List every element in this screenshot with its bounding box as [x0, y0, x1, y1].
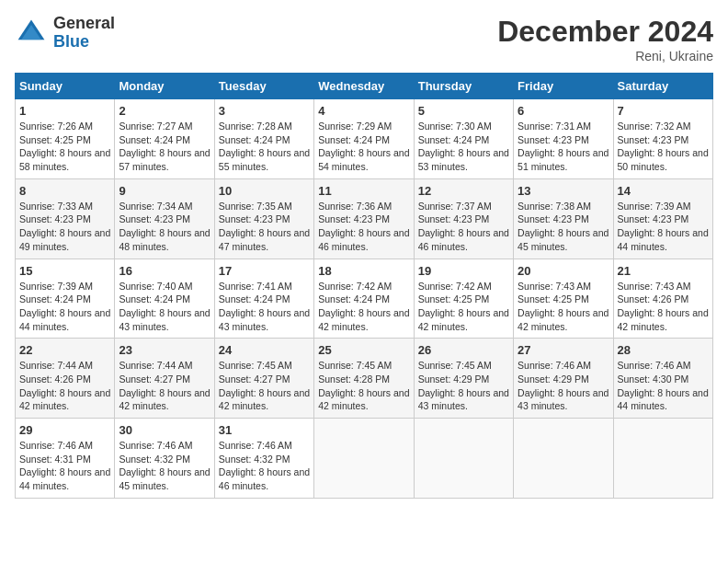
day-number: 2 [119, 104, 210, 118]
day-number: 27 [518, 343, 609, 357]
day-number: 5 [418, 104, 509, 118]
calendar-cell: 4Sunrise: 7:29 AMSunset: 4:24 PMDaylight… [314, 99, 414, 179]
day-number: 16 [119, 264, 210, 278]
weekday-header: Tuesday [214, 74, 313, 99]
logo-general: General [53, 15, 115, 33]
day-detail: Sunrise: 7:28 AMSunset: 4:24 PMDaylight:… [219, 120, 310, 174]
day-number: 18 [318, 264, 409, 278]
day-number: 12 [418, 184, 509, 198]
day-number: 17 [219, 264, 310, 278]
calendar-cell: 8Sunrise: 7:33 AMSunset: 4:23 PMDaylight… [16, 178, 115, 259]
day-detail: Sunrise: 7:33 AMSunset: 4:23 PMDaylight:… [19, 200, 110, 254]
day-number: 24 [219, 343, 310, 357]
day-detail: Sunrise: 7:42 AMSunset: 4:25 PMDaylight:… [418, 280, 509, 334]
day-number: 8 [19, 184, 110, 198]
day-detail: Sunrise: 7:46 AMSunset: 4:29 PMDaylight:… [518, 359, 609, 413]
day-number: 23 [119, 343, 210, 357]
day-number: 21 [618, 264, 709, 278]
calendar-week-row: 15Sunrise: 7:39 AMSunset: 4:24 PMDayligh… [16, 259, 713, 339]
logo-text: General Blue [53, 15, 115, 52]
day-number: 29 [19, 423, 110, 437]
day-detail: Sunrise: 7:41 AMSunset: 4:24 PMDaylight:… [219, 280, 310, 334]
logo-icon [15, 17, 48, 50]
day-detail: Sunrise: 7:46 AMSunset: 4:32 PMDaylight:… [119, 439, 210, 493]
calendar-cell: 13Sunrise: 7:38 AMSunset: 4:23 PMDayligh… [514, 178, 613, 259]
calendar-cell [514, 419, 613, 499]
calendar-cell: 30Sunrise: 7:46 AMSunset: 4:32 PMDayligh… [115, 419, 214, 499]
weekday-header: Thursday [414, 74, 513, 99]
day-detail: Sunrise: 7:31 AMSunset: 4:23 PMDaylight:… [518, 120, 609, 174]
calendar-cell: 6Sunrise: 7:31 AMSunset: 4:23 PMDaylight… [514, 99, 613, 179]
calendar-cell: 20Sunrise: 7:43 AMSunset: 4:25 PMDayligh… [514, 259, 613, 339]
calendar-cell: 18Sunrise: 7:42 AMSunset: 4:24 PMDayligh… [314, 259, 414, 339]
calendar-cell: 1Sunrise: 7:26 AMSunset: 4:25 PMDaylight… [16, 99, 115, 179]
day-number: 31 [219, 423, 310, 437]
weekday-header: Wednesday [314, 74, 414, 99]
calendar-cell: 5Sunrise: 7:30 AMSunset: 4:24 PMDaylight… [414, 99, 513, 179]
calendar-cell: 26Sunrise: 7:45 AMSunset: 4:29 PMDayligh… [414, 339, 513, 419]
day-detail: Sunrise: 7:46 AMSunset: 4:32 PMDaylight:… [219, 439, 310, 493]
day-number: 7 [618, 104, 709, 118]
day-detail: Sunrise: 7:45 AMSunset: 4:29 PMDaylight:… [418, 359, 509, 413]
day-number: 19 [418, 264, 509, 278]
day-detail: Sunrise: 7:39 AMSunset: 4:24 PMDaylight:… [19, 280, 110, 334]
calendar-week-row: 29Sunrise: 7:46 AMSunset: 4:31 PMDayligh… [16, 419, 713, 499]
day-detail: Sunrise: 7:40 AMSunset: 4:24 PMDaylight:… [119, 280, 210, 334]
calendar-cell: 19Sunrise: 7:42 AMSunset: 4:25 PMDayligh… [414, 259, 513, 339]
calendar-cell: 10Sunrise: 7:35 AMSunset: 4:23 PMDayligh… [214, 178, 313, 259]
day-number: 25 [318, 343, 409, 357]
calendar-cell: 7Sunrise: 7:32 AMSunset: 4:23 PMDaylight… [613, 99, 712, 179]
day-number: 30 [119, 423, 210, 437]
calendar-cell: 29Sunrise: 7:46 AMSunset: 4:31 PMDayligh… [16, 419, 115, 499]
day-detail: Sunrise: 7:45 AMSunset: 4:28 PMDaylight:… [318, 359, 409, 413]
day-detail: Sunrise: 7:27 AMSunset: 4:24 PMDaylight:… [119, 120, 210, 174]
calendar-cell: 16Sunrise: 7:40 AMSunset: 4:24 PMDayligh… [115, 259, 214, 339]
calendar-cell [314, 419, 414, 499]
day-detail: Sunrise: 7:38 AMSunset: 4:23 PMDaylight:… [518, 200, 609, 254]
day-number: 11 [318, 184, 409, 198]
day-number: 14 [618, 184, 709, 198]
calendar-cell: 14Sunrise: 7:39 AMSunset: 4:23 PMDayligh… [613, 178, 712, 259]
day-detail: Sunrise: 7:37 AMSunset: 4:23 PMDaylight:… [418, 200, 509, 254]
calendar-cell: 28Sunrise: 7:46 AMSunset: 4:30 PMDayligh… [613, 339, 712, 419]
day-detail: Sunrise: 7:45 AMSunset: 4:27 PMDaylight:… [219, 359, 310, 413]
day-number: 4 [318, 104, 409, 118]
calendar-cell: 11Sunrise: 7:36 AMSunset: 4:23 PMDayligh… [314, 178, 414, 259]
day-detail: Sunrise: 7:39 AMSunset: 4:23 PMDaylight:… [618, 200, 709, 254]
calendar-cell: 22Sunrise: 7:44 AMSunset: 4:26 PMDayligh… [16, 339, 115, 419]
weekday-header: Friday [514, 74, 613, 99]
calendar-cell: 21Sunrise: 7:43 AMSunset: 4:26 PMDayligh… [613, 259, 712, 339]
calendar-cell [613, 419, 712, 499]
calendar-cell: 23Sunrise: 7:44 AMSunset: 4:27 PMDayligh… [115, 339, 214, 419]
calendar-cell: 17Sunrise: 7:41 AMSunset: 4:24 PMDayligh… [214, 259, 313, 339]
day-detail: Sunrise: 7:46 AMSunset: 4:30 PMDaylight:… [618, 359, 709, 413]
month-title: December 2024 [497, 15, 713, 49]
calendar-cell: 2Sunrise: 7:27 AMSunset: 4:24 PMDaylight… [115, 99, 214, 179]
logo: General Blue [15, 15, 115, 52]
day-detail: Sunrise: 7:42 AMSunset: 4:24 PMDaylight:… [318, 280, 409, 334]
day-detail: Sunrise: 7:36 AMSunset: 4:23 PMDaylight:… [318, 200, 409, 254]
day-detail: Sunrise: 7:26 AMSunset: 4:25 PMDaylight:… [19, 120, 110, 174]
calendar-cell: 15Sunrise: 7:39 AMSunset: 4:24 PMDayligh… [16, 259, 115, 339]
calendar-cell [414, 419, 513, 499]
day-detail: Sunrise: 7:32 AMSunset: 4:23 PMDaylight:… [618, 120, 709, 174]
logo-blue: Blue [53, 33, 115, 52]
day-number: 22 [19, 343, 110, 357]
calendar-cell: 3Sunrise: 7:28 AMSunset: 4:24 PMDaylight… [214, 99, 313, 179]
calendar-week-row: 8Sunrise: 7:33 AMSunset: 4:23 PMDaylight… [16, 178, 713, 259]
day-detail: Sunrise: 7:43 AMSunset: 4:26 PMDaylight:… [618, 280, 709, 334]
day-detail: Sunrise: 7:30 AMSunset: 4:24 PMDaylight:… [418, 120, 509, 174]
calendar-week-row: 22Sunrise: 7:44 AMSunset: 4:26 PMDayligh… [16, 339, 713, 419]
calendar-cell: 9Sunrise: 7:34 AMSunset: 4:23 PMDaylight… [115, 178, 214, 259]
day-detail: Sunrise: 7:35 AMSunset: 4:23 PMDaylight:… [219, 200, 310, 254]
day-number: 15 [19, 264, 110, 278]
day-number: 1 [19, 104, 110, 118]
day-number: 3 [219, 104, 310, 118]
calendar-cell: 12Sunrise: 7:37 AMSunset: 4:23 PMDayligh… [414, 178, 513, 259]
day-detail: Sunrise: 7:46 AMSunset: 4:31 PMDaylight:… [19, 439, 110, 493]
weekday-header-row: SundayMondayTuesdayWednesdayThursdayFrid… [16, 74, 713, 99]
day-detail: Sunrise: 7:44 AMSunset: 4:26 PMDaylight:… [19, 359, 110, 413]
day-number: 28 [618, 343, 709, 357]
calendar: SundayMondayTuesdayWednesdayThursdayFrid… [15, 73, 713, 499]
day-number: 20 [518, 264, 609, 278]
